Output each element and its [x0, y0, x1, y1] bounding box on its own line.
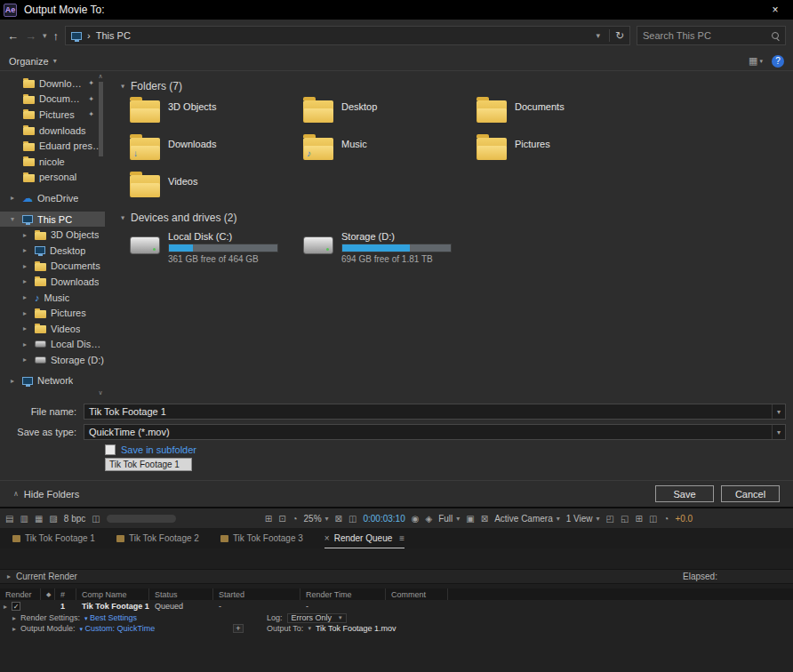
- bit-depth-button[interactable]: 8 bpc: [64, 514, 85, 524]
- comp-flow-icon[interactable]: ◫: [649, 514, 657, 524]
- header-flag-icon[interactable]: ◆: [41, 588, 55, 600]
- sidebar-item-network[interactable]: ▸ Network: [0, 373, 105, 389]
- folder-item-3d-objects[interactable]: 3D Objects: [130, 96, 303, 133]
- folder-item-music[interactable]: ♪ Music: [303, 133, 477, 171]
- scroll-up-icon[interactable]: ∧: [98, 73, 102, 80]
- exposure-value[interactable]: +0.0: [675, 514, 693, 524]
- view-layout-select[interactable]: 1 View ▾: [566, 514, 600, 524]
- sidebar-item-documents[interactable]: ▸ Documents: [0, 259, 105, 275]
- hide-folders-button[interactable]: ∧ Hide Folders: [13, 489, 79, 500]
- fast-previews-icon[interactable]: ◱: [621, 514, 629, 524]
- expand-icon[interactable]: ▸: [23, 340, 30, 348]
- forward-button[interactable]: →: [25, 29, 36, 43]
- sidebar-item-nicole[interactable]: nicole: [0, 154, 105, 170]
- sidebar-item-storage-d[interactable]: ▸ Storage (D:): [0, 352, 105, 368]
- pixel-aspect-icon[interactable]: ◰: [606, 514, 614, 524]
- output-to-value[interactable]: Tik Tok Footage 1.mov: [316, 624, 396, 633]
- current-render-bar[interactable]: ▸ Current Render Elapsed:: [0, 569, 793, 584]
- expand-icon[interactable]: ▸: [23, 262, 30, 270]
- timecode-display[interactable]: 0:00:03:10: [363, 514, 405, 524]
- grid-icon[interactable]: ▦: [35, 514, 43, 524]
- expand-icon[interactable]: ▸: [7, 572, 11, 580]
- resolution-select[interactable]: Full ▾: [438, 514, 460, 524]
- expand-icon[interactable]: ▸: [12, 625, 16, 633]
- timeline-icon[interactable]: ⊞: [635, 514, 642, 524]
- sidebar-item-local-disk-c[interactable]: ▸ Local Disk (C:): [0, 337, 105, 353]
- file-name-input[interactable]: Tik Tok Footage 1 ▾: [84, 404, 786, 420]
- expand-icon[interactable]: ▸: [23, 277, 30, 285]
- sidebar-item-onedrive[interactable]: ▸ ☁ OneDrive: [0, 190, 105, 206]
- drive-item-c[interactable]: Local Disk (C:) 361 GB free of 464 GB: [130, 228, 303, 270]
- search-pill[interactable]: [107, 515, 176, 523]
- folder-item-documents[interactable]: Documents: [477, 96, 650, 133]
- chevron-down-icon[interactable]: ▾: [772, 425, 785, 439]
- header-started[interactable]: Started: [213, 588, 300, 600]
- address-bar[interactable]: › This PC ▾ ↻: [65, 26, 630, 45]
- sidebar-item-documents-quick[interactable]: Documents ✦: [0, 92, 105, 108]
- expand-icon[interactable]: ▸: [12, 614, 16, 622]
- exposure-icon[interactable]: ◔: [663, 514, 669, 524]
- mask-toggle-icon[interactable]: ⊠: [481, 514, 488, 524]
- organize-button[interactable]: Organize ▾: [9, 56, 57, 67]
- save-button[interactable]: Save: [655, 485, 714, 502]
- columns-icon[interactable]: ▥: [20, 514, 28, 524]
- header-comp-name[interactable]: Comp Name: [76, 588, 149, 600]
- cancel-button[interactable]: Cancel: [721, 485, 780, 502]
- expand-icon[interactable]: ▸: [23, 324, 30, 332]
- render-checkbox[interactable]: ✓: [12, 602, 20, 611]
- channels-icon[interactable]: ◈: [425, 514, 432, 524]
- scroll-down-icon[interactable]: ∨: [98, 389, 102, 396]
- tab-render-queue[interactable]: × Render Queue ≡: [324, 528, 405, 548]
- scrollbar-thumb[interactable]: [99, 82, 103, 156]
- tab-comp-2[interactable]: Tik Tok Footage 2: [116, 528, 199, 548]
- panel-menu-icon[interactable]: ≡: [399, 533, 405, 543]
- transparency-grid-icon[interactable]: ◫: [348, 514, 356, 524]
- folders-group-header[interactable]: ▸ Folders (7): [121, 76, 781, 96]
- camera-select[interactable]: Active Camera ▾: [494, 514, 560, 524]
- folder-item-videos[interactable]: Videos: [130, 171, 303, 208]
- help-button[interactable]: ?: [772, 55, 784, 68]
- file-list-scrollbar[interactable]: [785, 73, 793, 396]
- tab-comp-3[interactable]: Tik Tok Footage 3: [220, 528, 303, 548]
- sidebar-item-this-pc[interactable]: ▾ This PC: [0, 212, 105, 228]
- add-output-module-button[interactable]: +: [233, 624, 244, 633]
- history-dropdown-icon[interactable]: ▾: [43, 31, 47, 40]
- expand-icon[interactable]: ▸: [23, 231, 30, 239]
- color-wheel-icon[interactable]: ◔: [292, 514, 298, 524]
- sidebar-item-3d-objects[interactable]: ▸ 3D Objects: [0, 227, 105, 243]
- expand-icon[interactable]: ▸: [11, 194, 18, 202]
- header-render-time[interactable]: Render Time: [300, 588, 386, 600]
- chevron-down-icon[interactable]: ▾: [772, 404, 785, 419]
- search-input[interactable]: Search This PC: [637, 26, 786, 45]
- folder-item-downloads[interactable]: ↓ Downloads: [130, 133, 303, 171]
- drive-item-d[interactable]: Storage (D:) 694 GB free of 1.81 TB: [303, 228, 477, 270]
- save-as-type-select[interactable]: QuickTime (*.mov) ▾: [84, 424, 786, 440]
- draft-icon[interactable]: ▨: [49, 514, 57, 524]
- collapse-icon[interactable]: ▾: [11, 215, 18, 223]
- render-settings-value[interactable]: ▾ Best Settings: [84, 613, 137, 622]
- header-number[interactable]: #: [55, 588, 76, 600]
- expand-icon[interactable]: ▸: [23, 293, 30, 301]
- sidebar-item-music[interactable]: ▸ ♪ Music: [0, 290, 105, 306]
- save-in-subfolder-checkbox[interactable]: [105, 444, 116, 455]
- devices-group-header[interactable]: ▸ Devices and drives (2): [121, 208, 781, 228]
- output-module-value[interactable]: ▾ Custom: QuickTime: [80, 624, 156, 633]
- sidebar-item-downloads[interactable]: ▸ Downloads: [0, 274, 105, 290]
- flowchart-icon[interactable]: ▤: [5, 514, 13, 524]
- expand-icon[interactable]: ▸: [23, 356, 30, 364]
- folder-item-pictures[interactable]: Pictures: [477, 133, 650, 171]
- close-icon[interactable]: ×: [757, 0, 793, 20]
- sidebar-item-personal[interactable]: personal: [0, 170, 105, 186]
- header-status[interactable]: Status: [149, 588, 213, 600]
- folder-item-desktop[interactable]: Desktop: [303, 96, 477, 133]
- address-dropdown-icon[interactable]: ▾: [592, 31, 604, 40]
- up-button[interactable]: ↑: [53, 29, 60, 43]
- collapse-group-icon[interactable]: ▸: [119, 216, 127, 220]
- change-view-button[interactable]: ▦ ▾: [749, 55, 763, 67]
- roi-icon[interactable]: ⊠: [335, 514, 342, 524]
- snapshot-icon[interactable]: ◉: [412, 514, 420, 524]
- flowchart-view-icon[interactable]: ⊞: [265, 514, 272, 524]
- refresh-icon[interactable]: ↻: [609, 29, 624, 42]
- sidebar-item-pictures-quick[interactable]: Pictures ✦: [0, 107, 105, 123]
- render-queue-row[interactable]: ▸ ✓ 1 Tik Tok Footage 1 Queued - -: [0, 600, 793, 612]
